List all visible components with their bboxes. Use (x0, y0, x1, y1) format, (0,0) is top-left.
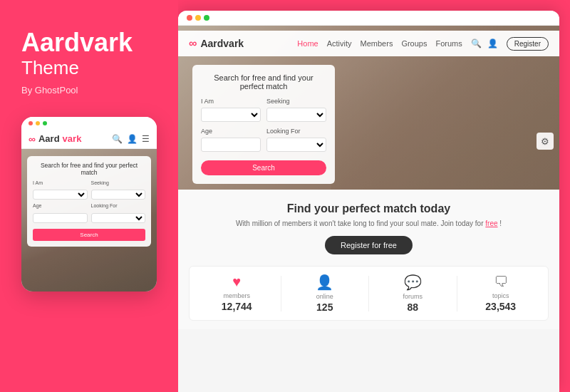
nav-forums[interactable]: Forums (435, 39, 462, 48)
desktop-dot-green (204, 15, 209, 21)
stats-subtext: With million of members it won't take lo… (189, 220, 549, 227)
stats-subtext-end: ! (499, 220, 502, 227)
brand-by: By GhostPool (21, 85, 157, 96)
mobile-seeking-label: Seeking (91, 180, 146, 185)
stat-online: 👤 online 125 (281, 274, 369, 313)
right-panel: ∞ Aardvark Home Activity Members Groups … (178, 11, 559, 392)
stat-members-value: 12,744 (193, 301, 281, 312)
desktop-i-am-label: I Am (201, 98, 261, 105)
mobile-search-title: Search for free and find your perfect ma… (33, 162, 145, 176)
chat-icon: 💬 (369, 274, 457, 291)
mobile-i-am-field: I Am (33, 180, 88, 200)
nav-members[interactable]: Members (361, 39, 393, 48)
desktop-age-field: Age (201, 128, 261, 152)
stat-forums-label: forums (369, 293, 457, 300)
mobile-nav: ∞ Aardvark 🔍 👤 ☰ (21, 130, 157, 149)
desktop-top-bar (178, 11, 559, 26)
stats-subtext-main: With million of members it won't take lo… (236, 220, 484, 227)
mobile-menu-icon[interactable]: ☰ (142, 134, 150, 144)
stat-forums-value: 88 (369, 301, 457, 313)
desktop-looking-select[interactable] (266, 138, 326, 152)
hero-form-title: Search for free and find your perfect ma… (201, 73, 326, 91)
left-panel: Aardvark Theme By GhostPool ∞ Aardvark 🔍… (0, 0, 178, 392)
stat-members-label: members (193, 292, 281, 299)
mobile-logo-dark: Aard (38, 133, 60, 144)
stat-topics-value: 23,543 (457, 301, 545, 312)
desktop-looking-field: Looking For (266, 128, 326, 152)
mobile-field-row-1: I Am Seeking (33, 180, 145, 200)
mobile-seeking-select[interactable] (91, 190, 146, 200)
bubble-icon: 🗨 (457, 274, 545, 290)
nav-user-icon[interactable]: 👤 (487, 38, 498, 48)
mobile-looking-field: Looking For (91, 203, 146, 223)
person-icon: 👤 (281, 274, 369, 291)
mobile-search-box: Search for free and find your perfect ma… (27, 156, 151, 247)
stat-online-label: online (281, 293, 369, 300)
stat-topics: 🗨 topics 23,543 (457, 274, 545, 312)
mobile-looking-select[interactable] (91, 213, 146, 223)
desktop-seeking-label: Seeking (266, 98, 326, 105)
mobile-age-label: Age (33, 203, 88, 208)
stats-grid: ♥ members 12,744 👤 online 125 💬 forums 8… (189, 266, 549, 321)
mobile-user-icon[interactable]: 👤 (127, 134, 138, 144)
desktop-stats-section: Find your perfect match today With milli… (178, 190, 559, 329)
nav-activity[interactable]: Activity (327, 39, 352, 48)
desktop-dot-red (187, 15, 192, 21)
desktop-seeking-field: Seeking (266, 98, 326, 122)
nav-home[interactable]: Home (297, 39, 318, 48)
mobile-i-am-select[interactable] (33, 190, 88, 200)
mobile-mockup: ∞ Aardvark 🔍 👤 ☰ Search for free and fin… (21, 117, 157, 292)
desktop-age-input[interactable] (201, 138, 261, 152)
nav-icons: 🔍 👤 (471, 38, 498, 48)
desktop-search-button[interactable]: Search (201, 160, 326, 175)
hero-search-form: Search for free and find your perfect ma… (192, 65, 335, 184)
mobile-logo: ∞ Aardvark (28, 133, 81, 145)
mobile-dot-red (28, 121, 33, 125)
mobile-dot-green (43, 121, 47, 125)
mobile-seeking-field: Seeking (91, 180, 146, 200)
desktop-logo: ∞ Aardvark (189, 37, 244, 50)
mobile-looking-label: Looking For (91, 203, 146, 208)
stat-topics-label: topics (457, 292, 545, 299)
form-row-2: Age Looking For (201, 128, 326, 152)
desktop-i-am-field: I Am (201, 98, 261, 122)
nav-search-icon[interactable]: 🔍 (471, 38, 482, 48)
desktop-seeking-select[interactable] (266, 108, 326, 122)
form-row-1: I Am Seeking (201, 98, 326, 122)
mobile-logo-pink: vark (63, 133, 82, 144)
heart-icon: ♥ (193, 274, 281, 290)
desktop-i-am-select[interactable] (201, 108, 261, 122)
mobile-nav-icons: 🔍 👤 ☰ (112, 134, 150, 144)
mobile-search-button[interactable]: Search (33, 229, 145, 241)
mobile-field-row-2: Age Looking For (33, 203, 145, 223)
mobile-logo-icon: ∞ (28, 133, 36, 145)
stat-members: ♥ members 12,744 (193, 274, 281, 312)
register-free-button[interactable]: Register for free (325, 236, 413, 254)
mobile-dot-yellow (36, 121, 40, 125)
register-button[interactable]: Register (507, 37, 549, 51)
desktop-nav-links: Home Activity Members Groups Forums 🔍 👤 … (297, 37, 549, 51)
mobile-hero: Search for free and find your perfect ma… (21, 149, 157, 292)
desktop-nav: ∞ Aardvark Home Activity Members Groups … (178, 31, 559, 56)
brand-title: Aardvark (21, 29, 157, 57)
brand-subtitle: Theme (21, 57, 157, 79)
stat-online-value: 125 (281, 301, 369, 313)
desktop-logo-text: Aardvark (200, 38, 244, 49)
mobile-search-icon[interactable]: 🔍 (112, 134, 123, 144)
mobile-age-field: Age (33, 203, 88, 223)
desktop-dot-yellow (195, 15, 201, 21)
nav-groups[interactable]: Groups (401, 39, 427, 48)
stats-subtext-link: free (485, 220, 497, 227)
settings-gear-button[interactable]: ⚙ (537, 133, 554, 150)
mobile-age-input[interactable] (33, 213, 88, 223)
desktop-age-label: Age (201, 128, 261, 135)
mobile-top-bar (21, 117, 157, 130)
mobile-i-am-label: I Am (33, 180, 88, 185)
stats-headline: Find your perfect match today (189, 202, 549, 215)
desktop-logo-icon: ∞ (189, 37, 197, 50)
stat-forums: 💬 forums 88 (369, 274, 457, 313)
desktop-looking-label: Looking For (266, 128, 326, 135)
